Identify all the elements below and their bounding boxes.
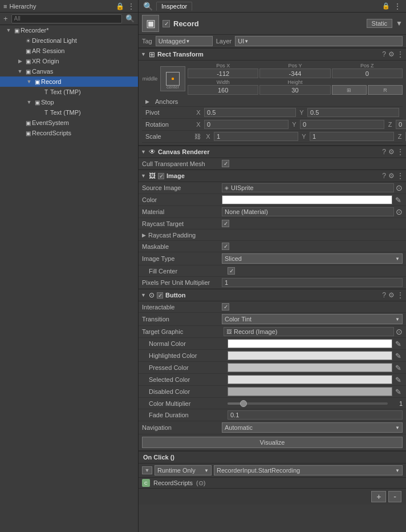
expand-icon[interactable]: ▼ bbox=[141, 51, 147, 57]
pressed-color-swatch[interactable] bbox=[228, 363, 392, 372]
static-arrow[interactable]: ▼ bbox=[396, 19, 403, 27]
reset-btn[interactable]: R bbox=[368, 85, 403, 95]
lock-icon[interactable]: 🔒 bbox=[116, 2, 124, 10]
material-field[interactable]: None (Material) bbox=[222, 207, 394, 216]
pixels-per-unit-input[interactable] bbox=[222, 278, 403, 287]
remove-event-button[interactable]: - bbox=[388, 491, 401, 502]
inspector-icon: 🔍 bbox=[143, 2, 153, 11]
tree-item-ar-session[interactable]: ▣ AR Session bbox=[0, 46, 138, 56]
anchors-arrow[interactable]: ▶ bbox=[145, 99, 149, 104]
normal-color-swatch[interactable] bbox=[228, 339, 392, 348]
static-button[interactable]: Static bbox=[367, 19, 393, 28]
tree-item-stop-text[interactable]: T Text (TMP) bbox=[0, 107, 138, 118]
width-input[interactable] bbox=[188, 85, 258, 95]
raycast-padding-arrow[interactable]: ▶ bbox=[142, 232, 146, 238]
active-checkbox[interactable] bbox=[163, 20, 170, 27]
selected-color-swatch[interactable] bbox=[228, 375, 392, 384]
selected-color-picker[interactable]: ✎ bbox=[394, 376, 403, 384]
more-icon[interactable]: ⋮ bbox=[397, 50, 404, 58]
rotation-y-input[interactable] bbox=[300, 120, 384, 129]
settings-icon[interactable]: ⚙ bbox=[388, 291, 395, 299]
more-icon[interactable]: ⋮ bbox=[397, 172, 404, 180]
tree-item-canvas[interactable]: ▼ ▣ Canvas bbox=[0, 66, 138, 76]
more-options-icon[interactable]: ⋮ bbox=[393, 2, 401, 11]
target-graphic-field[interactable]: 🖼 Record (Image) bbox=[224, 327, 394, 336]
height-input[interactable] bbox=[259, 85, 330, 95]
pos-z-input[interactable] bbox=[332, 68, 403, 78]
material-picker[interactable]: ⊙ bbox=[396, 208, 403, 216]
color-multiplier-track[interactable] bbox=[228, 402, 388, 405]
help-icon[interactable]: ? bbox=[382, 50, 386, 58]
disabled-color-picker[interactable]: ✎ bbox=[394, 388, 403, 396]
constrain-proportions-btn[interactable]: ⊞ bbox=[332, 85, 367, 95]
raycast-target-checkbox[interactable]: ✓ bbox=[222, 220, 229, 227]
tree-item-stop[interactable]: ▼ ▣ Stop bbox=[0, 97, 138, 107]
chevron-down-icon: ▼ bbox=[395, 425, 400, 430]
source-image-picker[interactable]: ⊙ bbox=[396, 184, 403, 192]
help-icon[interactable]: ? bbox=[382, 148, 386, 156]
anchor-visual[interactable]: center bbox=[160, 66, 185, 91]
rotation-x-input[interactable] bbox=[204, 120, 289, 129]
fill-center-checkbox[interactable]: ✓ bbox=[228, 267, 235, 275]
settings-icon[interactable]: ⚙ bbox=[388, 172, 395, 180]
maskable-checkbox[interactable]: ✓ bbox=[222, 243, 229, 250]
visualize-button[interactable]: Visualize bbox=[142, 437, 403, 448]
source-image-field[interactable]: ◈ UISprite bbox=[222, 183, 394, 192]
tree-item-recorder[interactable]: ▼ ▣ Recorder* bbox=[0, 25, 138, 35]
cull-checkbox[interactable]: ✓ bbox=[222, 160, 229, 167]
button-enabled-checkbox[interactable] bbox=[157, 292, 163, 299]
highlighted-color-picker[interactable]: ✎ bbox=[394, 352, 403, 360]
pos-x-input[interactable] bbox=[188, 68, 258, 78]
function-dropdown[interactable]: RecorderInput.StartRecording ▼ bbox=[214, 465, 403, 475]
target-graphic-picker[interactable]: ⊙ bbox=[396, 328, 403, 336]
search-input[interactable] bbox=[11, 14, 122, 23]
settings-icon[interactable]: ⚙ bbox=[388, 50, 395, 58]
interactable-checkbox[interactable]: ✓ bbox=[222, 303, 229, 311]
tree-item-record-text[interactable]: T Text (TMP) bbox=[0, 87, 138, 97]
help-icon[interactable]: ? bbox=[382, 291, 386, 299]
tag-dropdown[interactable]: Untagged ▼ bbox=[156, 36, 213, 46]
image-enabled-checkbox[interactable] bbox=[158, 173, 164, 179]
lock-icon[interactable]: 🔒 bbox=[382, 2, 390, 10]
transition-dropdown[interactable]: Color Tint ▼ bbox=[222, 314, 403, 324]
help-icon[interactable]: ? bbox=[382, 172, 386, 180]
rotation-z-input[interactable] bbox=[396, 120, 406, 129]
expand-icon[interactable]: ▼ bbox=[141, 149, 147, 155]
interactable-label: Interactable bbox=[142, 304, 222, 311]
tree-item-xr-origin[interactable]: ▶ ▣ XR Origin bbox=[0, 56, 138, 66]
settings-icon[interactable]: ⚙ bbox=[388, 148, 395, 156]
tree-item-directional-light[interactable]: ☀ Directional Light bbox=[0, 35, 138, 46]
pivot-y-input[interactable] bbox=[307, 108, 399, 117]
scale-y-input[interactable] bbox=[310, 132, 394, 141]
event-expand[interactable]: ▼ bbox=[142, 466, 152, 474]
image-color-picker[interactable]: ✎ bbox=[394, 196, 403, 204]
normal-color-picker[interactable]: ✎ bbox=[394, 340, 403, 348]
tree-item-eventsystem[interactable]: ▣ EventSystem bbox=[0, 118, 138, 128]
fade-duration-input[interactable] bbox=[228, 410, 403, 420]
highlighted-color-swatch[interactable] bbox=[228, 351, 392, 360]
add-button[interactable]: + bbox=[2, 15, 9, 22]
layer-dropdown[interactable]: UI ▼ bbox=[235, 36, 403, 46]
navigation-dropdown[interactable]: Automatic ▼ bbox=[222, 422, 403, 433]
more-icon[interactable]: ⋮ bbox=[397, 291, 404, 299]
inspector-tab[interactable]: Inspector bbox=[156, 2, 192, 11]
runtime-dropdown[interactable]: Runtime Only ▼ bbox=[155, 465, 212, 475]
script-circle-btn[interactable]: (⊙) bbox=[196, 479, 205, 487]
search-icon[interactable]: 🔍 bbox=[124, 15, 136, 22]
expand-icon[interactable]: ▼ bbox=[141, 292, 147, 298]
scale-x-input[interactable] bbox=[214, 132, 298, 141]
image-color-swatch[interactable] bbox=[222, 195, 392, 204]
more-icon[interactable]: ⋮ bbox=[128, 2, 135, 10]
pivot-x-input[interactable] bbox=[204, 108, 296, 117]
add-event-button[interactable]: + bbox=[371, 491, 386, 502]
gameobject-icon: ▣ bbox=[24, 58, 32, 65]
tree-item-recordscripts[interactable]: ▣ RecordScripts bbox=[0, 128, 138, 138]
disabled-color-swatch[interactable] bbox=[228, 387, 392, 396]
pos-y-input[interactable] bbox=[259, 68, 330, 78]
image-type-dropdown[interactable]: Sliced ▼ bbox=[222, 253, 403, 264]
more-icon[interactable]: ⋮ bbox=[397, 148, 404, 156]
color-multiplier-thumb[interactable] bbox=[240, 400, 247, 407]
pressed-color-picker[interactable]: ✎ bbox=[394, 364, 403, 372]
expand-icon[interactable]: ▼ bbox=[141, 173, 147, 179]
tree-item-record[interactable]: ▼ ▣ Record bbox=[0, 76, 138, 87]
